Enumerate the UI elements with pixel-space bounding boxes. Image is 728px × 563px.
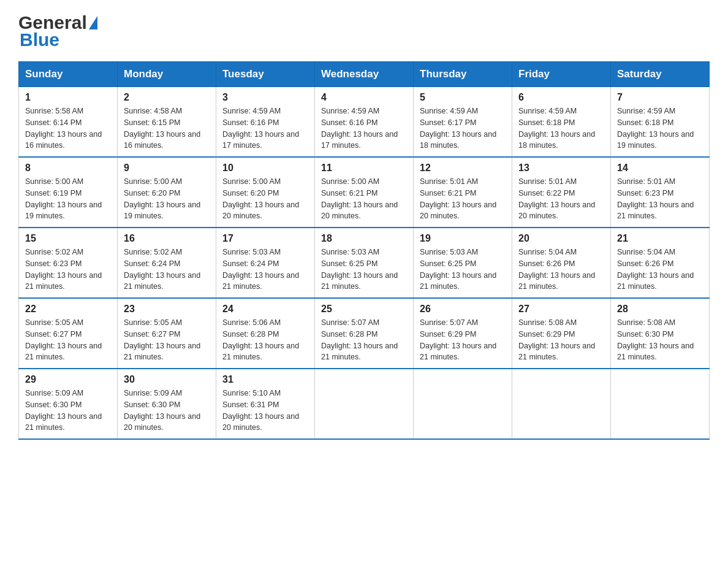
weekday-header-row: SundayMondayTuesdayWednesdayThursdayFrid… <box>19 62 710 87</box>
day-number: 22 <box>25 304 111 315</box>
calendar-cell: 24 Sunrise: 5:06 AM Sunset: 6:28 PM Dayl… <box>216 298 315 369</box>
calendar-cell: 30 Sunrise: 5:09 AM Sunset: 6:30 PM Dayl… <box>118 369 216 439</box>
calendar-cell: 7 Sunrise: 4:59 AM Sunset: 6:18 PM Dayli… <box>611 87 710 158</box>
day-number: 14 <box>617 163 703 174</box>
calendar-cell: 21 Sunrise: 5:04 AM Sunset: 6:26 PM Dayl… <box>611 228 710 298</box>
day-info: Sunrise: 5:03 AM Sunset: 6:25 PM Dayligh… <box>321 247 407 293</box>
calendar-body: 1 Sunrise: 5:58 AM Sunset: 6:14 PM Dayli… <box>19 87 710 440</box>
calendar-cell: 1 Sunrise: 5:58 AM Sunset: 6:14 PM Dayli… <box>19 87 118 158</box>
calendar-cell: 14 Sunrise: 5:01 AM Sunset: 6:23 PM Dayl… <box>611 157 710 228</box>
calendar-week-4: 22 Sunrise: 5:05 AM Sunset: 6:27 PM Dayl… <box>19 298 710 369</box>
calendar-cell: 25 Sunrise: 5:07 AM Sunset: 6:28 PM Dayl… <box>315 298 414 369</box>
day-info: Sunrise: 5:07 AM Sunset: 6:29 PM Dayligh… <box>420 317 506 363</box>
day-info: Sunrise: 4:59 AM Sunset: 6:16 PM Dayligh… <box>321 105 407 151</box>
calendar-cell: 20 Sunrise: 5:04 AM Sunset: 6:26 PM Dayl… <box>512 228 611 298</box>
calendar-cell: 31 Sunrise: 5:10 AM Sunset: 6:31 PM Dayl… <box>216 369 315 439</box>
calendar-cell <box>611 369 710 439</box>
weekday-header-friday: Friday <box>512 62 611 87</box>
calendar-cell: 27 Sunrise: 5:08 AM Sunset: 6:29 PM Dayl… <box>512 298 611 369</box>
calendar-cell <box>315 369 414 439</box>
day-info: Sunrise: 5:01 AM Sunset: 6:22 PM Dayligh… <box>518 176 604 222</box>
calendar-week-5: 29 Sunrise: 5:09 AM Sunset: 6:30 PM Dayl… <box>19 369 710 439</box>
calendar-week-2: 8 Sunrise: 5:00 AM Sunset: 6:19 PM Dayli… <box>19 157 710 228</box>
weekday-header-sunday: Sunday <box>19 62 118 87</box>
day-info: Sunrise: 5:03 AM Sunset: 6:25 PM Dayligh… <box>420 247 506 293</box>
day-info: Sunrise: 5:04 AM Sunset: 6:26 PM Dayligh… <box>617 247 703 293</box>
day-number: 16 <box>124 233 210 244</box>
day-number: 2 <box>124 92 210 103</box>
calendar-cell: 22 Sunrise: 5:05 AM Sunset: 6:27 PM Dayl… <box>19 298 118 369</box>
day-number: 21 <box>617 233 703 244</box>
calendar-week-1: 1 Sunrise: 5:58 AM Sunset: 6:14 PM Dayli… <box>19 87 710 158</box>
day-info: Sunrise: 5:01 AM Sunset: 6:21 PM Dayligh… <box>420 176 506 222</box>
calendar-cell: 17 Sunrise: 5:03 AM Sunset: 6:24 PM Dayl… <box>216 228 315 298</box>
calendar-cell: 13 Sunrise: 5:01 AM Sunset: 6:22 PM Dayl… <box>512 157 611 228</box>
day-info: Sunrise: 5:08 AM Sunset: 6:30 PM Dayligh… <box>617 317 703 363</box>
day-info: Sunrise: 4:59 AM Sunset: 6:17 PM Dayligh… <box>420 105 506 151</box>
calendar-cell: 28 Sunrise: 5:08 AM Sunset: 6:30 PM Dayl… <box>611 298 710 369</box>
logo: General Blue <box>18 12 97 50</box>
logo-triangle-icon <box>89 16 97 29</box>
day-number: 4 <box>321 92 407 103</box>
day-info: Sunrise: 5:04 AM Sunset: 6:26 PM Dayligh… <box>518 247 604 293</box>
weekday-header-tuesday: Tuesday <box>216 62 315 87</box>
calendar-cell <box>512 369 611 439</box>
calendar-cell: 18 Sunrise: 5:03 AM Sunset: 6:25 PM Dayl… <box>315 228 414 298</box>
calendar-cell: 9 Sunrise: 5:00 AM Sunset: 6:20 PM Dayli… <box>118 157 216 228</box>
calendar-cell: 23 Sunrise: 5:05 AM Sunset: 6:27 PM Dayl… <box>118 298 216 369</box>
day-info: Sunrise: 5:00 AM Sunset: 6:19 PM Dayligh… <box>25 176 111 222</box>
calendar-cell: 11 Sunrise: 5:00 AM Sunset: 6:21 PM Dayl… <box>315 157 414 228</box>
day-number: 17 <box>222 233 308 244</box>
weekday-header-monday: Monday <box>118 62 216 87</box>
day-number: 25 <box>321 304 407 315</box>
day-number: 9 <box>124 163 210 174</box>
day-info: Sunrise: 5:08 AM Sunset: 6:29 PM Dayligh… <box>518 317 604 363</box>
day-number: 19 <box>420 233 506 244</box>
day-number: 30 <box>124 374 210 385</box>
day-number: 29 <box>25 374 111 385</box>
calendar-cell: 8 Sunrise: 5:00 AM Sunset: 6:19 PM Dayli… <box>19 157 118 228</box>
calendar-cell: 26 Sunrise: 5:07 AM Sunset: 6:29 PM Dayl… <box>414 298 512 369</box>
day-number: 27 <box>518 304 604 315</box>
day-number: 18 <box>321 233 407 244</box>
day-info: Sunrise: 5:05 AM Sunset: 6:27 PM Dayligh… <box>124 317 210 363</box>
weekday-header-thursday: Thursday <box>414 62 512 87</box>
day-number: 24 <box>222 304 308 315</box>
day-info: Sunrise: 4:58 AM Sunset: 6:15 PM Dayligh… <box>124 105 210 151</box>
day-info: Sunrise: 5:02 AM Sunset: 6:24 PM Dayligh… <box>124 247 210 293</box>
day-info: Sunrise: 5:10 AM Sunset: 6:31 PM Dayligh… <box>222 388 308 434</box>
day-info: Sunrise: 5:05 AM Sunset: 6:27 PM Dayligh… <box>25 317 111 363</box>
day-info: Sunrise: 5:00 AM Sunset: 6:21 PM Dayligh… <box>321 176 407 222</box>
day-info: Sunrise: 5:07 AM Sunset: 6:28 PM Dayligh… <box>321 317 407 363</box>
day-number: 5 <box>420 92 506 103</box>
day-info: Sunrise: 5:01 AM Sunset: 6:23 PM Dayligh… <box>617 176 703 222</box>
calendar-cell: 5 Sunrise: 4:59 AM Sunset: 6:17 PM Dayli… <box>414 87 512 158</box>
day-info: Sunrise: 5:00 AM Sunset: 6:20 PM Dayligh… <box>124 176 210 222</box>
day-number: 26 <box>420 304 506 315</box>
day-number: 28 <box>617 304 703 315</box>
calendar-cell: 29 Sunrise: 5:09 AM Sunset: 6:30 PM Dayl… <box>19 369 118 439</box>
day-number: 23 <box>124 304 210 315</box>
day-number: 12 <box>420 163 506 174</box>
calendar-cell: 4 Sunrise: 4:59 AM Sunset: 6:16 PM Dayli… <box>315 87 414 158</box>
calendar-cell: 2 Sunrise: 4:58 AM Sunset: 6:15 PM Dayli… <box>118 87 216 158</box>
calendar-header: SundayMondayTuesdayWednesdayThursdayFrid… <box>19 62 710 87</box>
page-header: General Blue <box>18 12 710 50</box>
day-info: Sunrise: 5:09 AM Sunset: 6:30 PM Dayligh… <box>25 388 111 434</box>
day-info: Sunrise: 5:03 AM Sunset: 6:24 PM Dayligh… <box>222 247 308 293</box>
day-number: 7 <box>617 92 703 103</box>
day-number: 20 <box>518 233 604 244</box>
calendar-cell: 19 Sunrise: 5:03 AM Sunset: 6:25 PM Dayl… <box>414 228 512 298</box>
day-info: Sunrise: 4:59 AM Sunset: 6:18 PM Dayligh… <box>518 105 604 151</box>
day-info: Sunrise: 5:09 AM Sunset: 6:30 PM Dayligh… <box>124 388 210 434</box>
day-info: Sunrise: 5:58 AM Sunset: 6:14 PM Dayligh… <box>25 105 111 151</box>
calendar-cell <box>414 369 512 439</box>
weekday-header-wednesday: Wednesday <box>315 62 414 87</box>
day-info: Sunrise: 5:00 AM Sunset: 6:20 PM Dayligh… <box>222 176 308 222</box>
weekday-header-saturday: Saturday <box>611 62 710 87</box>
logo-blue-text: Blue <box>20 29 97 50</box>
day-info: Sunrise: 4:59 AM Sunset: 6:16 PM Dayligh… <box>222 105 308 151</box>
calendar-table: SundayMondayTuesdayWednesdayThursdayFrid… <box>18 61 710 440</box>
day-number: 13 <box>518 163 604 174</box>
day-number: 3 <box>222 92 308 103</box>
